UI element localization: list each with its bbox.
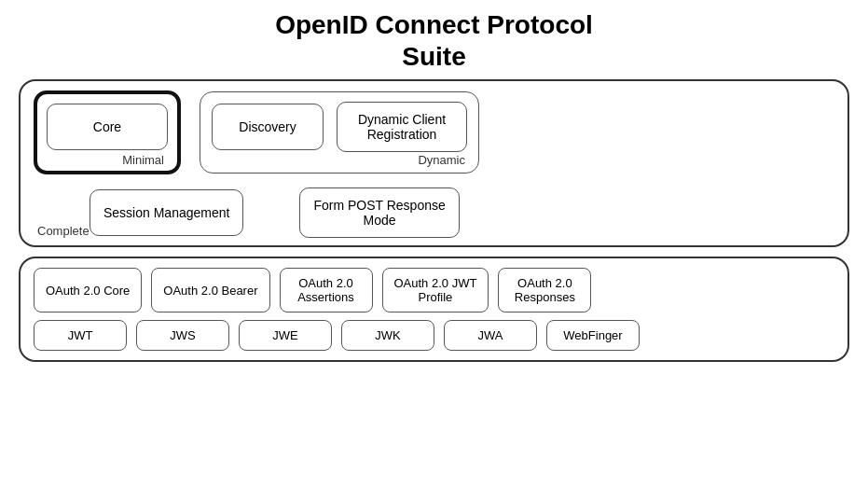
jwt-card: JWK	[341, 320, 434, 351]
complete-label: Complete	[37, 224, 90, 238]
oauth-card: OAuth 2.0 Bearer	[151, 268, 269, 312]
jwt-card: JWT	[34, 320, 127, 351]
oauth-card: OAuth 2.0 JWT Profile	[382, 268, 489, 312]
minimal-box: Core Minimal	[34, 90, 181, 174]
suite-container: Core Minimal Discovery Dynamic Client Re…	[19, 79, 849, 247]
dynamic-box: Discovery Dynamic Client Registration Dy…	[200, 91, 479, 174]
minimal-label: Minimal	[122, 153, 164, 167]
page-title: OpenID Connect Protocol Suite	[275, 9, 593, 72]
core-card: Core	[47, 104, 168, 150]
dynamic-client-registration-card: Dynamic Client Registration	[337, 102, 467, 152]
oauth-row: OAuth 2.0 CoreOAuth 2.0 BearerOAuth 2.0 …	[34, 268, 834, 312]
jwt-card: JWS	[136, 320, 229, 351]
oauth-card: OAuth 2.0 Core	[34, 268, 142, 312]
oauth-card: OAuth 2.0 Responses	[498, 268, 591, 312]
form-post-response-mode-card: Form POST Response Mode	[299, 187, 459, 238]
session-management-card: Session Management	[90, 189, 243, 236]
jwt-row: JWTJWSJWEJWKJWAWebFinger	[34, 320, 834, 351]
jwt-card: JWE	[239, 320, 332, 351]
jwt-card: JWA	[444, 320, 537, 351]
discovery-card: Discovery	[212, 104, 324, 150]
dynamic-label: Dynamic	[418, 153, 465, 167]
oauth-card: OAuth 2.0 Assertions	[280, 268, 373, 312]
jwt-card: WebFinger	[546, 320, 640, 351]
bottom-container: OAuth 2.0 CoreOAuth 2.0 BearerOAuth 2.0 …	[19, 257, 849, 362]
